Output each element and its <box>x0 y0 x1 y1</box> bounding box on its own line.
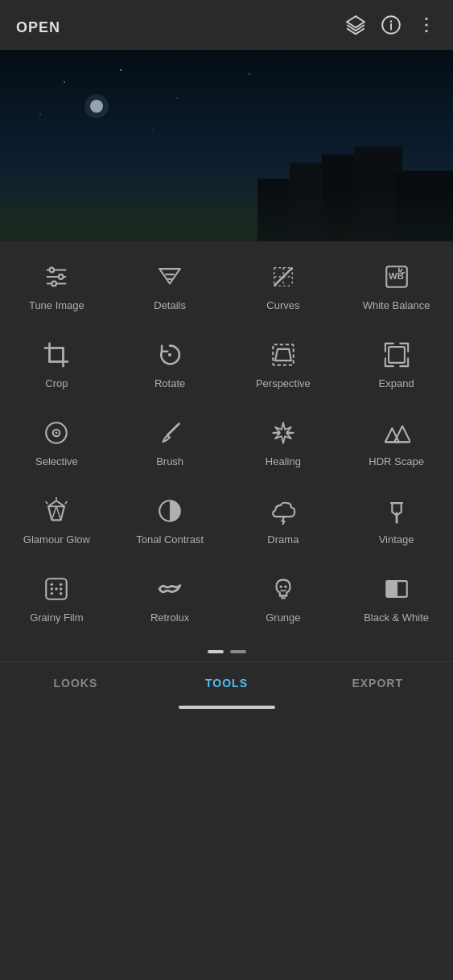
svg-point-48 <box>56 431 58 434</box>
svg-point-69 <box>60 587 62 590</box>
svg-marker-27 <box>159 269 180 283</box>
crop-label: Crop <box>45 377 68 391</box>
svg-point-42 <box>168 353 171 356</box>
tool-tonal-contrast[interactable]: Tonal Contrast <box>113 484 227 562</box>
svg-point-73 <box>284 585 286 587</box>
info-icon[interactable] <box>381 14 402 40</box>
tool-black-white[interactable]: Black & White <box>340 562 453 640</box>
svg-point-68 <box>51 587 53 590</box>
tool-white-balance[interactable]: WB White Balance <box>340 249 453 327</box>
svg-point-18 <box>152 130 153 130</box>
tune-image-label: Tune Image <box>29 299 84 313</box>
header-icons <box>345 14 437 40</box>
home-indicator <box>179 706 275 709</box>
nav-looks[interactable]: LOOKS <box>0 662 151 701</box>
svg-point-17 <box>39 113 41 115</box>
svg-point-72 <box>279 585 282 587</box>
svg-rect-45 <box>389 347 405 363</box>
svg-text:WB: WB <box>389 271 404 281</box>
svg-point-5 <box>425 23 427 26</box>
tonal-contrast-label: Tonal Contrast <box>136 533 204 547</box>
brush-icon <box>154 417 186 449</box>
selective-label: Selective <box>35 455 78 469</box>
nav-export[interactable]: EXPORT <box>302 662 453 701</box>
drama-label: Drama <box>267 533 299 547</box>
hdr-scape-label: HDR Scape <box>369 455 424 469</box>
svg-line-57 <box>66 501 67 503</box>
tool-glamour-glow[interactable]: Glamour Glow <box>0 484 113 562</box>
healing-label: Healing <box>266 455 301 469</box>
tool-crop[interactable]: Crop <box>0 327 113 406</box>
bottom-nav: LOOKS TOOLS EXPORT <box>0 661 453 701</box>
svg-point-20 <box>84 94 109 118</box>
tool-healing[interactable]: Healing <box>227 406 340 484</box>
svg-line-58 <box>47 501 47 503</box>
tool-hdr-scape[interactable]: HDR Scape <box>340 406 453 484</box>
retrolux-label: Retrolux <box>150 611 189 625</box>
expand-icon <box>381 339 413 371</box>
tools-grid: Tune Image Details <box>0 249 453 639</box>
dot-1[interactable] <box>208 650 224 653</box>
svg-point-14 <box>120 69 121 71</box>
black-white-icon <box>381 573 413 605</box>
svg-point-13 <box>64 81 65 83</box>
more-icon[interactable] <box>416 14 437 40</box>
svg-point-26 <box>52 282 57 286</box>
open-button[interactable]: OPEN <box>16 19 60 36</box>
tool-selective[interactable]: Selective <box>0 406 113 484</box>
bottom-indicator <box>0 701 453 715</box>
grunge-icon <box>267 573 299 605</box>
expand-label: Expand <box>379 377 414 391</box>
svg-line-55 <box>56 506 61 520</box>
grunge-label: Grunge <box>266 611 300 625</box>
tool-expand[interactable]: Expand <box>340 327 453 406</box>
curves-icon <box>267 261 299 293</box>
white-balance-label: White Balance <box>363 299 430 313</box>
crop-icon <box>40 339 72 371</box>
dot-2[interactable] <box>230 650 246 653</box>
curves-label: Curves <box>266 299 299 313</box>
tool-retrolux[interactable]: Retrolux <box>113 562 227 640</box>
tool-grunge[interactable]: Grunge <box>227 562 340 640</box>
drama-icon <box>267 495 299 527</box>
svg-rect-41 <box>50 348 64 361</box>
tools-area: Tune Image Details <box>0 241 453 661</box>
tool-rotate[interactable]: Rotate <box>113 327 227 406</box>
pagination <box>0 639 453 661</box>
rotate-label: Rotate <box>154 377 185 391</box>
image-preview <box>0 50 453 241</box>
svg-point-16 <box>249 73 250 75</box>
tool-details[interactable]: Details <box>113 249 227 327</box>
svg-point-65 <box>51 592 53 595</box>
white-balance-icon: WB <box>381 261 413 293</box>
tool-curves[interactable]: Curves <box>227 249 340 327</box>
svg-marker-50 <box>394 426 410 442</box>
nav-tools[interactable]: TOOLS <box>151 662 303 701</box>
retrolux-icon <box>154 573 186 605</box>
details-icon <box>154 261 186 293</box>
tool-grainy-film[interactable]: Grainy Film <box>0 562 113 640</box>
brush-label: Brush <box>156 455 183 469</box>
image-overlay <box>0 193 453 241</box>
tune-image-icon <box>40 261 72 293</box>
vintage-icon <box>381 495 413 527</box>
glamour-glow-label: Glamour Glow <box>23 533 90 547</box>
details-label: Details <box>154 299 186 313</box>
svg-point-66 <box>60 592 62 595</box>
hdr-scape-icon <box>381 417 413 449</box>
svg-point-24 <box>50 268 55 273</box>
layers-icon[interactable] <box>345 14 366 40</box>
tool-vintage[interactable]: Vintage <box>340 484 453 562</box>
header: OPEN <box>0 0 453 50</box>
tool-drama[interactable]: Drama <box>227 484 340 562</box>
svg-point-63 <box>51 583 53 585</box>
tool-tune-image[interactable]: Tune Image <box>0 249 113 327</box>
svg-point-67 <box>56 587 58 590</box>
tool-brush[interactable]: Brush <box>113 406 227 484</box>
svg-point-4 <box>425 18 427 20</box>
perspective-label: Perspective <box>256 377 311 391</box>
svg-point-6 <box>425 30 427 32</box>
grainy-film-label: Grainy Film <box>30 611 83 625</box>
svg-line-54 <box>52 506 57 520</box>
tool-perspective[interactable]: Perspective <box>227 327 340 406</box>
